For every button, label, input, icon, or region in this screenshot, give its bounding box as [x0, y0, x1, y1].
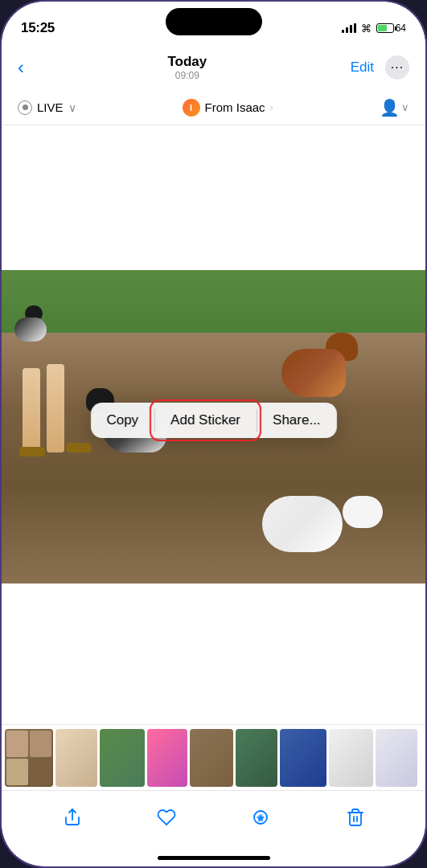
- person-icon: 👤: [380, 98, 400, 117]
- status-icons: ⌘ 64: [342, 23, 406, 35]
- status-time: 15:25: [21, 20, 55, 36]
- thumbnail-2[interactable]: [55, 729, 97, 787]
- edit-button[interactable]: Edit: [351, 59, 374, 76]
- signal-icon: [342, 23, 356, 33]
- more-icon: ···: [391, 60, 404, 75]
- from-badge[interactable]: I From Isaac ›: [183, 99, 273, 117]
- thumbnail-5[interactable]: [190, 729, 233, 787]
- heart-icon: [157, 808, 176, 827]
- battery-icon: [376, 23, 394, 33]
- trash-icon: [346, 808, 363, 827]
- people-icon[interactable]: 👤 ∨: [380, 98, 409, 117]
- thumbnail-4[interactable]: [147, 729, 187, 787]
- phone-screen: 15:25 ⌘ 64 ‹: [2, 2, 425, 866]
- small-dog-body: [14, 317, 47, 342]
- thumbnail-6[interactable]: [236, 729, 277, 787]
- status-bar: 15:25 ⌘ 64: [2, 2, 425, 45]
- add-sticker-label: Add Sticker: [170, 412, 240, 428]
- dog-white: [254, 456, 383, 568]
- white-bottom-space: [2, 583, 425, 724]
- back-chevron-icon: ‹: [18, 56, 24, 79]
- live-dot: [23, 104, 28, 110]
- thumbnail-strip: [2, 724, 425, 790]
- nav-center: Today 09:09: [167, 54, 207, 81]
- thumbnail-9[interactable]: [376, 729, 417, 787]
- leg-left: [23, 368, 40, 457]
- live-indicator-icon: [18, 100, 32, 115]
- dog-white-body: [262, 496, 343, 552]
- small-dog: [10, 301, 59, 358]
- battery-indicator: 64: [376, 23, 406, 34]
- people-chevron-icon: ∨: [401, 101, 409, 113]
- photo-area: Copy Add Sticker Share...: [2, 125, 425, 724]
- home-indicator: [158, 856, 270, 860]
- dynamic-island: [166, 8, 262, 35]
- dog-brown-body: [281, 349, 346, 397]
- from-label: From Isaac: [205, 100, 265, 114]
- share-button[interactable]: [55, 800, 90, 835]
- dog-white-head: [343, 496, 383, 528]
- thumbnail-8[interactable]: [329, 729, 373, 787]
- context-menu: Copy Add Sticker Share...: [90, 403, 336, 438]
- back-button[interactable]: ‹: [18, 56, 24, 79]
- delete-button[interactable]: [337, 800, 372, 835]
- phone-frame: 15:25 ⌘ 64 ‹: [0, 0, 427, 868]
- thumbnail-7[interactable]: [280, 729, 326, 787]
- live-chevron-icon: ∨: [68, 101, 76, 114]
- photo-toolbar: LIVE ∨ I From Isaac › 👤 ∨: [2, 90, 425, 125]
- photo-container[interactable]: Copy Add Sticker Share...: [2, 270, 425, 583]
- add-sticker-menu-item[interactable]: Add Sticker: [154, 403, 257, 438]
- nav-title: Today: [167, 54, 207, 70]
- thumbnail-3[interactable]: [100, 729, 145, 787]
- nav-right: Edit ···: [351, 55, 409, 80]
- leg-right: [47, 364, 64, 452]
- wifi-icon: ⌘: [361, 23, 372, 35]
- copy-label: Copy: [106, 412, 138, 428]
- nav-subtitle: 09:09: [175, 70, 199, 81]
- from-chevron-icon: ›: [270, 101, 273, 113]
- share-menu-item[interactable]: Share...: [257, 403, 337, 438]
- from-avatar: I: [183, 99, 200, 117]
- more-button[interactable]: ···: [385, 55, 409, 80]
- magic-wand-button[interactable]: [243, 800, 278, 835]
- sandal-left: [19, 447, 45, 457]
- thumbnail-1[interactable]: [5, 729, 53, 787]
- copy-menu-item[interactable]: Copy: [90, 403, 154, 438]
- live-badge[interactable]: LIVE ∨: [18, 100, 76, 115]
- magic-wand-icon: [250, 807, 271, 828]
- white-top-space: [2, 125, 425, 270]
- battery-fill: [378, 25, 388, 31]
- live-label: LIVE: [37, 100, 64, 114]
- nav-bar: ‹ Today 09:09 Edit ···: [2, 45, 425, 90]
- share-label: Share...: [273, 412, 321, 428]
- battery-percent: 64: [396, 23, 406, 34]
- person-legs: [23, 364, 71, 461]
- share-icon: [63, 808, 82, 827]
- bottom-toolbar: [2, 790, 425, 856]
- favorite-button[interactable]: [149, 800, 184, 835]
